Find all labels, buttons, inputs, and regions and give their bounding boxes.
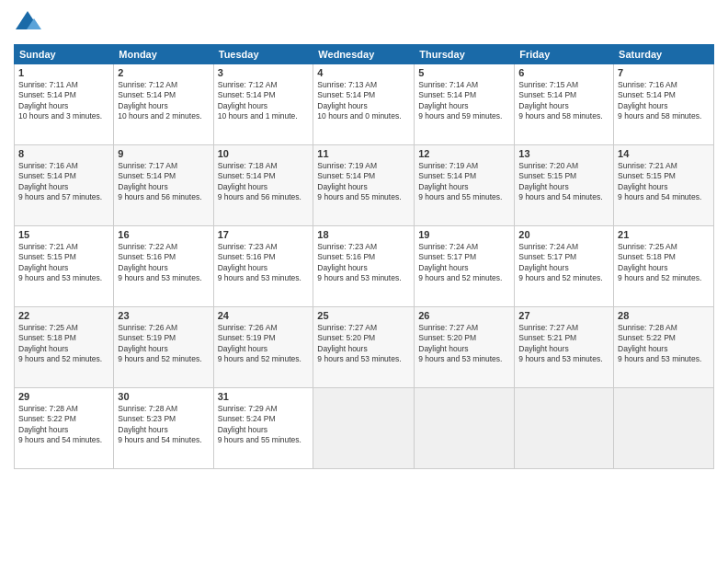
day-number: 26 (418, 310, 510, 321)
day-info: Sunrise: 7:24 AMSunset: 5:17 PMDaylight … (418, 242, 502, 282)
day-number: 29 (18, 391, 109, 402)
day-number: 25 (317, 310, 410, 321)
day-number: 31 (218, 391, 310, 402)
calendar-cell: 20 Sunrise: 7:24 AMSunset: 5:17 PMDaylig… (515, 226, 614, 307)
day-info: Sunrise: 7:24 AMSunset: 5:17 PMDaylight … (518, 242, 602, 282)
day-number: 6 (518, 67, 609, 78)
day-number: 23 (118, 310, 209, 321)
day-number: 15 (18, 229, 109, 240)
day-info: Sunrise: 7:17 AMSunset: 5:14 PMDaylight … (118, 161, 201, 201)
calendar-cell (313, 388, 415, 469)
day-number: 9 (118, 148, 209, 159)
day-info: Sunrise: 7:19 AMSunset: 5:14 PMDaylight … (418, 161, 502, 201)
calendar-cell: 24 Sunrise: 7:26 AMSunset: 5:19 PMDaylig… (213, 307, 313, 388)
day-number: 27 (518, 310, 609, 321)
calendar-cell: 2 Sunrise: 7:12 AMSunset: 5:14 PMDayligh… (114, 64, 213, 145)
day-info: Sunrise: 7:15 AMSunset: 5:14 PMDaylight … (518, 80, 602, 121)
calendar-cell: 27 Sunrise: 7:27 AMSunset: 5:21 PMDaylig… (515, 307, 614, 388)
calendar-cell: 12 Sunrise: 7:19 AMSunset: 5:14 PMDaylig… (415, 145, 515, 226)
calendar-cell: 5 Sunrise: 7:14 AMSunset: 5:14 PMDayligh… (415, 64, 515, 145)
day-info: Sunrise: 7:28 AMSunset: 5:22 PMDaylight … (18, 404, 102, 444)
calendar-cell: 23 Sunrise: 7:26 AMSunset: 5:19 PMDaylig… (114, 307, 213, 388)
day-info: Sunrise: 7:11 AMSunset: 5:14 PMDaylight … (18, 80, 102, 121)
calendar: SundayMondayTuesdayWednesdayThursdayFrid… (14, 44, 714, 469)
calendar-cell: 1 Sunrise: 7:11 AMSunset: 5:14 PMDayligh… (15, 64, 114, 145)
calendar-header-tuesday: Tuesday (213, 45, 313, 64)
day-info: Sunrise: 7:25 AMSunset: 5:18 PMDaylight … (618, 242, 701, 282)
calendar-week-5: 29 Sunrise: 7:28 AMSunset: 5:22 PMDaylig… (15, 388, 714, 469)
calendar-cell: 22 Sunrise: 7:25 AMSunset: 5:18 PMDaylig… (15, 307, 114, 388)
calendar-cell (415, 388, 515, 469)
calendar-cell: 17 Sunrise: 7:23 AMSunset: 5:16 PMDaylig… (213, 226, 313, 307)
calendar-header-monday: Monday (114, 45, 213, 64)
day-info: Sunrise: 7:18 AMSunset: 5:14 PMDaylight … (218, 161, 301, 201)
day-info: Sunrise: 7:29 AMSunset: 5:24 PMDaylight … (218, 404, 301, 444)
day-number: 17 (218, 229, 310, 240)
day-number: 7 (618, 67, 710, 78)
calendar-header-thursday: Thursday (415, 45, 515, 64)
day-info: Sunrise: 7:23 AMSunset: 5:16 PMDaylight … (218, 242, 301, 282)
day-number: 22 (18, 310, 109, 321)
calendar-week-4: 22 Sunrise: 7:25 AMSunset: 5:18 PMDaylig… (15, 307, 714, 388)
calendar-header-sunday: Sunday (15, 45, 114, 64)
day-number: 13 (518, 148, 609, 159)
day-info: Sunrise: 7:26 AMSunset: 5:19 PMDaylight … (118, 323, 201, 363)
day-info: Sunrise: 7:16 AMSunset: 5:14 PMDaylight … (18, 161, 102, 201)
calendar-cell: 25 Sunrise: 7:27 AMSunset: 5:20 PMDaylig… (313, 307, 415, 388)
day-number: 14 (618, 148, 710, 159)
calendar-cell: 3 Sunrise: 7:12 AMSunset: 5:14 PMDayligh… (213, 64, 313, 145)
day-number: 11 (317, 148, 410, 159)
day-number: 12 (418, 148, 510, 159)
calendar-cell (614, 388, 714, 469)
day-number: 1 (18, 67, 109, 78)
calendar-cell: 4 Sunrise: 7:13 AMSunset: 5:14 PMDayligh… (313, 64, 415, 145)
day-info: Sunrise: 7:27 AMSunset: 5:20 PMDaylight … (317, 323, 401, 363)
day-number: 10 (218, 148, 310, 159)
calendar-cell: 16 Sunrise: 7:22 AMSunset: 5:16 PMDaylig… (114, 226, 213, 307)
day-info: Sunrise: 7:27 AMSunset: 5:20 PMDaylight … (418, 323, 502, 363)
calendar-header-wednesday: Wednesday (313, 45, 415, 64)
calendar-cell: 26 Sunrise: 7:27 AMSunset: 5:20 PMDaylig… (415, 307, 515, 388)
calendar-cell: 19 Sunrise: 7:24 AMSunset: 5:17 PMDaylig… (415, 226, 515, 307)
day-number: 30 (118, 391, 209, 402)
calendar-week-2: 8 Sunrise: 7:16 AMSunset: 5:14 PMDayligh… (15, 145, 714, 226)
day-info: Sunrise: 7:28 AMSunset: 5:22 PMDaylight … (618, 323, 701, 363)
day-info: Sunrise: 7:12 AMSunset: 5:14 PMDaylight … (118, 80, 201, 121)
calendar-cell (515, 388, 614, 469)
logo (14, 9, 45, 37)
calendar-header-row: SundayMondayTuesdayWednesdayThursdayFrid… (15, 45, 714, 64)
day-number: 28 (618, 310, 710, 321)
calendar-header-friday: Friday (515, 45, 614, 64)
day-number: 8 (18, 148, 109, 159)
day-number: 3 (218, 67, 310, 78)
day-number: 2 (118, 67, 209, 78)
calendar-cell: 6 Sunrise: 7:15 AMSunset: 5:14 PMDayligh… (515, 64, 614, 145)
day-info: Sunrise: 7:25 AMSunset: 5:18 PMDaylight … (18, 323, 102, 363)
calendar-cell: 11 Sunrise: 7:19 AMSunset: 5:14 PMDaylig… (313, 145, 415, 226)
day-info: Sunrise: 7:28 AMSunset: 5:23 PMDaylight … (118, 404, 201, 444)
header (14, 9, 714, 37)
day-info: Sunrise: 7:20 AMSunset: 5:15 PMDaylight … (518, 161, 602, 201)
day-number: 24 (218, 310, 310, 321)
calendar-week-1: 1 Sunrise: 7:11 AMSunset: 5:14 PMDayligh… (15, 64, 714, 145)
day-number: 4 (317, 67, 410, 78)
day-info: Sunrise: 7:26 AMSunset: 5:19 PMDaylight … (218, 323, 301, 363)
day-info: Sunrise: 7:21 AMSunset: 5:15 PMDaylight … (18, 242, 102, 282)
logo-icon (14, 9, 41, 37)
calendar-cell: 30 Sunrise: 7:28 AMSunset: 5:23 PMDaylig… (114, 388, 213, 469)
calendar-header-saturday: Saturday (614, 45, 714, 64)
calendar-cell: 18 Sunrise: 7:23 AMSunset: 5:16 PMDaylig… (313, 226, 415, 307)
calendar-cell: 10 Sunrise: 7:18 AMSunset: 5:14 PMDaylig… (213, 145, 313, 226)
day-number: 5 (418, 67, 510, 78)
day-number: 20 (518, 229, 609, 240)
calendar-cell: 8 Sunrise: 7:16 AMSunset: 5:14 PMDayligh… (15, 145, 114, 226)
calendar-cell: 14 Sunrise: 7:21 AMSunset: 5:15 PMDaylig… (614, 145, 714, 226)
calendar-cell: 9 Sunrise: 7:17 AMSunset: 5:14 PMDayligh… (114, 145, 213, 226)
calendar-week-3: 15 Sunrise: 7:21 AMSunset: 5:15 PMDaylig… (15, 226, 714, 307)
calendar-cell: 15 Sunrise: 7:21 AMSunset: 5:15 PMDaylig… (15, 226, 114, 307)
day-info: Sunrise: 7:19 AMSunset: 5:14 PMDaylight … (317, 161, 401, 201)
day-info: Sunrise: 7:27 AMSunset: 5:21 PMDaylight … (518, 323, 602, 363)
calendar-cell: 13 Sunrise: 7:20 AMSunset: 5:15 PMDaylig… (515, 145, 614, 226)
day-info: Sunrise: 7:22 AMSunset: 5:16 PMDaylight … (118, 242, 201, 282)
day-number: 16 (118, 229, 209, 240)
